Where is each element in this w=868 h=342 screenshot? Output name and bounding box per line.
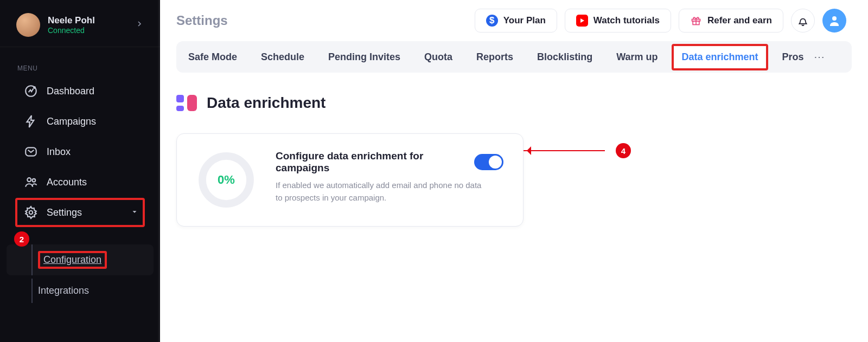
tab-pending-invites[interactable]: Pending Invites (316, 42, 412, 73)
tab-safe-mode[interactable]: Safe Mode (176, 42, 249, 73)
svg-point-4 (33, 179, 36, 182)
tab-prospects-truncated[interactable]: Pros (770, 42, 808, 73)
chip-label: Refer and earn (707, 15, 772, 26)
inbox-icon (24, 145, 38, 159)
annotation-badge-4: 4 (616, 143, 631, 158)
tab-blocklisting[interactable]: Blocklisting (525, 42, 604, 73)
user-name: Neele Pohl (48, 15, 95, 26)
chevron-right-icon (135, 20, 144, 30)
sidebar-item-label: Dashboard (47, 86, 94, 97)
chevron-down-icon (131, 207, 138, 218)
watch-tutorials-button[interactable]: Watch tutorials (565, 9, 671, 33)
toggle-knob (489, 156, 502, 169)
sidebar-item-dashboard[interactable]: Dashboard (0, 76, 160, 106)
subnav-item-configuration[interactable]: Configuration 2 (7, 244, 154, 275)
subnav-label: Integrations (38, 285, 89, 296)
svg-point-5 (29, 211, 33, 215)
subnav-rail (31, 279, 33, 303)
account-avatar-button[interactable] (822, 9, 846, 33)
tab-data-enrichment[interactable]: Data enrichment (672, 44, 768, 70)
data-enrichment-icon (176, 95, 197, 111)
section-title: Data enrichment (207, 94, 326, 112)
tabs-overflow-button[interactable]: ⋯ (808, 50, 835, 63)
accounts-icon (24, 175, 38, 189)
chip-label: Your Plan (503, 15, 546, 26)
usage-donut: 0% (196, 150, 256, 210)
panel-description: If enabled we automatically add email an… (276, 179, 482, 204)
sidebar-item-label: Inbox (47, 146, 71, 158)
enrichment-toggle[interactable] (474, 154, 503, 170)
lightning-icon (24, 114, 38, 128)
sidebar-item-label: Accounts (47, 177, 87, 188)
panel-text: Configure data enrichment for campaigns … (276, 150, 503, 204)
section-header: Data enrichment (176, 94, 852, 112)
youtube-icon (576, 15, 588, 27)
sidebar-item-inbox[interactable]: Inbox (0, 137, 160, 166)
svg-point-8 (832, 16, 837, 21)
main: Settings $ Your Plan Watch tutorials Ref… (160, 0, 868, 342)
annotation-badge-2: 2 (14, 231, 29, 247)
dashboard-icon (24, 84, 38, 98)
settings-tabs: Safe Mode Schedule Pending Invites Quota… (176, 41, 852, 73)
data-enrichment-panel: 0% Configure data enrichment for campaig… (176, 133, 524, 227)
sidebar-nav: Dashboard Campaigns Inbox Accounts 1 S (0, 76, 160, 303)
tab-quota[interactable]: Quota (412, 42, 464, 73)
chip-label: Watch tutorials (593, 15, 660, 26)
sidebar-item-accounts[interactable]: Accounts 1 (0, 167, 160, 197)
sidebar-item-label: Campaigns (47, 116, 96, 127)
person-icon (828, 14, 841, 27)
settings-subnav: Configuration 2 Integrations (0, 228, 160, 303)
panel-title: Configure data enrichment for campaigns (276, 150, 465, 174)
gear-icon (24, 205, 38, 220)
refer-and-earn-button[interactable]: Refer and earn (679, 9, 783, 33)
subnav-item-integrations[interactable]: Integrations (0, 279, 160, 303)
tab-reports[interactable]: Reports (464, 42, 525, 73)
sidebar-item-settings[interactable]: Settings (15, 198, 145, 227)
user-status: Connected (48, 26, 95, 35)
subnav-label: Configuration (38, 251, 107, 269)
dollar-icon: $ (486, 15, 498, 27)
your-plan-button[interactable]: $ Your Plan (475, 9, 557, 33)
profile-header[interactable]: Neele Pohl Connected (0, 8, 160, 47)
content: Data enrichment 0% Configure data enrich… (160, 73, 868, 248)
page-title: Settings (176, 13, 228, 28)
annotation-4: 4 (524, 143, 631, 158)
gift-icon (690, 15, 702, 27)
donut-value: 0% (196, 150, 256, 210)
sidebar: Neele Pohl Connected MENU Dashboard Camp… (0, 0, 160, 342)
svg-point-3 (27, 178, 31, 182)
sidebar-item-campaigns[interactable]: Campaigns (0, 107, 160, 136)
subnav-rail (31, 244, 33, 275)
user-avatar (16, 13, 40, 37)
svg-point-1 (34, 87, 35, 88)
tab-schedule[interactable]: Schedule (249, 42, 316, 73)
menu-section-label: MENU (0, 47, 160, 76)
tab-label: Data enrichment (681, 51, 758, 62)
notifications-button[interactable] (791, 9, 815, 33)
sidebar-item-label: Settings (47, 207, 82, 218)
annotation-arrow (524, 150, 605, 151)
tab-warm-up[interactable]: Warm up (604, 42, 669, 73)
topbar: Settings $ Your Plan Watch tutorials Ref… (160, 0, 868, 41)
bell-icon (797, 15, 808, 26)
